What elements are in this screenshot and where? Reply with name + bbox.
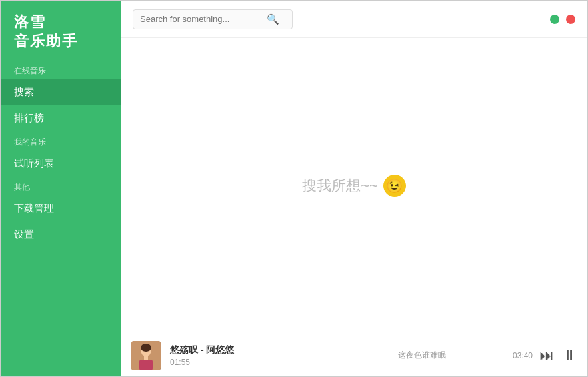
topbar: 🔍 bbox=[121, 1, 587, 38]
player-controls: ⏭ ⏸ bbox=[539, 347, 577, 364]
player-right: 03:40 ⏭ ⏸ bbox=[513, 347, 577, 364]
album-art-inner bbox=[131, 341, 161, 370]
sidebar-item-charts[interactable]: 排行榜 bbox=[1, 105, 121, 131]
svg-point-2 bbox=[141, 344, 151, 352]
window-controls bbox=[550, 15, 575, 24]
song-title: 悠殇叹 - 阿悠悠 bbox=[170, 344, 332, 356]
sidebar-item-settings[interactable]: 设置 bbox=[1, 222, 121, 248]
sidebar-item-label: 排行榜 bbox=[14, 112, 44, 123]
sidebar-item-download-mgr[interactable]: 下载管理 bbox=[1, 196, 121, 222]
section-online-label: 在线音乐 bbox=[1, 60, 121, 79]
album-art-svg bbox=[131, 341, 161, 370]
section-other-label: 其他 bbox=[1, 177, 121, 196]
sidebar-item-label: 试听列表 bbox=[14, 157, 54, 169]
app-logo: 洛雪 音乐助手 bbox=[1, 1, 121, 60]
search-icon[interactable]: 🔍 bbox=[267, 13, 279, 25]
player-middle: 这夜色谁难眠 bbox=[341, 350, 503, 361]
skip-button[interactable]: ⏭ bbox=[539, 347, 554, 364]
album-art bbox=[131, 341, 161, 370]
app-title-line1: 洛雪 bbox=[14, 13, 46, 30]
empty-hint-text: 搜我所想~~ bbox=[302, 176, 378, 196]
smiley-icon: 😉 bbox=[383, 175, 406, 197]
main-area: 🔍 搜我所想~~ 😉 bbox=[121, 1, 587, 376]
pause-button[interactable]: ⏸ bbox=[562, 347, 577, 364]
content-area: 搜我所想~~ 😉 bbox=[121, 38, 587, 334]
search-input[interactable] bbox=[140, 14, 267, 24]
sidebar-item-label: 设置 bbox=[14, 228, 34, 240]
sidebar-item-preview-list[interactable]: 试听列表 bbox=[1, 151, 121, 177]
close-button[interactable] bbox=[566, 15, 575, 24]
sidebar-item-label: 下载管理 bbox=[14, 202, 54, 214]
player-bar: 悠殇叹 - 阿悠悠 01:55 这夜色谁难眠 03:40 ⏭ ⏸ bbox=[121, 334, 587, 376]
sidebar: 洛雪 音乐助手 在线音乐 搜索 排行榜 我的音乐 试听列表 其他 下载管理 设置 bbox=[1, 1, 121, 376]
sidebar-item-label: 搜索 bbox=[14, 86, 34, 97]
song-time-current: 01:55 bbox=[170, 358, 332, 367]
empty-hint: 搜我所想~~ 😉 bbox=[302, 175, 406, 197]
svg-rect-3 bbox=[139, 360, 153, 370]
svg-rect-4 bbox=[144, 356, 148, 360]
section-my-label: 我的音乐 bbox=[1, 131, 121, 151]
minimize-button[interactable] bbox=[550, 15, 559, 24]
app-title-line2: 音乐助手 bbox=[14, 33, 78, 49]
song-time-total: 03:40 bbox=[513, 351, 533, 360]
player-info: 悠殇叹 - 阿悠悠 01:55 bbox=[170, 344, 332, 367]
sidebar-item-search[interactable]: 搜索 bbox=[1, 79, 121, 105]
song-subtitle: 这夜色谁难眠 bbox=[341, 350, 503, 361]
search-box[interactable]: 🔍 bbox=[133, 9, 293, 29]
